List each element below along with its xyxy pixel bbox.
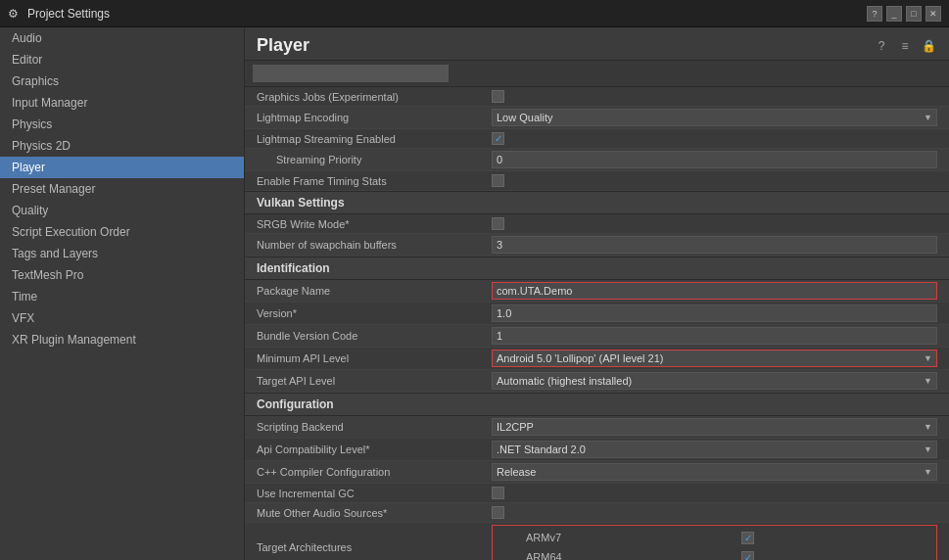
setting-label: Enable Frame Timing Stats bbox=[257, 175, 492, 187]
dropdown-value: .NET Standard 2.0 bbox=[497, 443, 586, 455]
setting-value: .NET Standard 2.0 ▼ bbox=[492, 441, 937, 458]
setting-value bbox=[492, 151, 937, 168]
table-row: Mute Other Audio Sources* bbox=[245, 503, 949, 523]
arch-label-armv7: ARMv7 bbox=[506, 532, 741, 543]
close-button[interactable]: ✕ bbox=[925, 6, 941, 22]
sidebar: Audio Editor Graphics Input Manager Phys… bbox=[0, 27, 245, 560]
table-row: Lightmap Streaming Enabled bbox=[245, 129, 949, 149]
incremental-gc-checkbox[interactable] bbox=[492, 487, 504, 499]
scripting-backend-dropdown[interactable]: IL2CPP ▼ bbox=[492, 418, 937, 436]
sidebar-item-input-manager[interactable]: Input Manager bbox=[0, 92, 244, 114]
dropdown-value: IL2CPP bbox=[497, 421, 534, 433]
settings-icon[interactable]: ≡ bbox=[896, 37, 914, 55]
graphics-jobs-checkbox[interactable] bbox=[492, 90, 504, 103]
sidebar-item-physics2d[interactable]: Physics 2D bbox=[0, 135, 244, 157]
package-name-input[interactable] bbox=[492, 282, 937, 300]
help-button[interactable]: ? bbox=[867, 6, 882, 22]
setting-label: Mute Other Audio Sources* bbox=[257, 507, 492, 519]
sidebar-item-physics[interactable]: Physics bbox=[0, 114, 244, 135]
setting-value bbox=[492, 174, 937, 187]
setting-label: Number of swapchain buffers bbox=[257, 239, 492, 251]
table-row: Target Architectures ARMv7 ARM64 bbox=[245, 523, 949, 560]
setting-label: Use Incremental GC bbox=[257, 488, 492, 499]
table-row: SRGB Write Mode* bbox=[245, 214, 949, 234]
sidebar-item-audio[interactable]: Audio bbox=[0, 27, 244, 49]
main-layout: Audio Editor Graphics Input Manager Phys… bbox=[0, 27, 949, 560]
setting-label: Lightmap Encoding bbox=[257, 112, 492, 123]
lightmap-streaming-checkbox[interactable] bbox=[492, 132, 504, 145]
armv7-checkbox[interactable] bbox=[741, 532, 754, 544]
content-area: Player ? ≡ 🔒 Graphics Jobs (Experimental… bbox=[245, 27, 949, 560]
table-row: C++ Compiler Configuration Release ▼ bbox=[245, 461, 949, 484]
sidebar-item-vfx[interactable]: VFX bbox=[0, 307, 244, 329]
chevron-down-icon: ▼ bbox=[924, 467, 932, 477]
sidebar-item-editor[interactable]: Editor bbox=[0, 49, 244, 70]
dropdown-value: Android 5.0 'Lollipop' (API level 21) bbox=[497, 352, 664, 364]
chevron-down-icon: ▼ bbox=[924, 353, 932, 363]
min-api-dropdown[interactable]: Android 5.0 'Lollipop' (API level 21) ▼ bbox=[492, 350, 937, 367]
setting-value bbox=[492, 217, 937, 230]
mute-audio-checkbox[interactable] bbox=[492, 506, 504, 519]
maximize-button[interactable]: □ bbox=[906, 6, 922, 22]
setting-label: SRGB Write Mode* bbox=[257, 218, 492, 230]
sidebar-item-tags-layers[interactable]: Tags and Layers bbox=[0, 243, 244, 264]
dropdown-value: Low Quality bbox=[497, 112, 552, 123]
table-row: Scripting Backend IL2CPP ▼ bbox=[245, 416, 949, 439]
table-row: Api Compatibility Level* .NET Standard 2… bbox=[245, 439, 949, 461]
arm64-checkbox[interactable] bbox=[741, 551, 754, 561]
sidebar-item-quality[interactable]: Quality bbox=[0, 200, 244, 221]
window-controls: ? _ □ ✕ bbox=[867, 6, 941, 22]
setting-label: Lightmap Streaming Enabled bbox=[257, 133, 492, 145]
setting-value bbox=[492, 90, 937, 103]
api-compat-dropdown[interactable]: .NET Standard 2.0 ▼ bbox=[492, 441, 937, 458]
setting-label: Target Architectures bbox=[257, 541, 492, 553]
sidebar-item-time[interactable]: Time bbox=[0, 286, 244, 307]
setting-label: Scripting Backend bbox=[257, 421, 492, 433]
sidebar-item-script-execution-order[interactable]: Script Execution Order bbox=[0, 221, 244, 243]
setting-label: Streaming Priority bbox=[257, 154, 492, 165]
setting-label: Bundle Version Code bbox=[257, 330, 492, 342]
setting-value bbox=[492, 327, 937, 345]
bundle-version-input[interactable] bbox=[492, 327, 937, 345]
setting-label: Package Name bbox=[257, 285, 492, 297]
version-input[interactable] bbox=[492, 304, 937, 322]
sidebar-item-xr-plugin[interactable]: XR Plugin Management bbox=[0, 329, 244, 350]
section-header-vulkan: Vulkan Settings bbox=[245, 191, 949, 214]
setting-label: Minimum API Level bbox=[257, 352, 492, 364]
table-row: Bundle Version Code bbox=[245, 325, 949, 348]
minimize-button[interactable]: _ bbox=[886, 6, 902, 22]
sidebar-item-textmesh-pro[interactable]: TextMesh Pro bbox=[0, 264, 244, 286]
lock-icon[interactable]: 🔒 bbox=[920, 37, 937, 55]
setting-value: Android 5.0 'Lollipop' (API level 21) ▼ bbox=[492, 350, 937, 367]
setting-value bbox=[492, 282, 937, 300]
search-input[interactable] bbox=[253, 65, 449, 82]
cpp-compiler-dropdown[interactable]: Release ▼ bbox=[492, 463, 937, 481]
scroll-content[interactable]: Graphics Jobs (Experimental) Lightmap En… bbox=[245, 87, 949, 560]
setting-value: IL2CPP ▼ bbox=[492, 418, 937, 436]
srgb-write-checkbox[interactable] bbox=[492, 217, 504, 230]
streaming-priority-input[interactable] bbox=[492, 151, 937, 168]
table-row: Streaming Priority bbox=[245, 149, 949, 171]
sidebar-item-graphics[interactable]: Graphics bbox=[0, 70, 244, 92]
help-icon[interactable]: ? bbox=[873, 37, 890, 55]
table-row: Package Name bbox=[245, 280, 949, 303]
sidebar-item-player[interactable]: Player bbox=[0, 157, 244, 178]
setting-label: C++ Compiler Configuration bbox=[257, 466, 492, 478]
setting-value bbox=[492, 487, 937, 499]
title-bar: ⚙ Project Settings ? _ □ ✕ bbox=[0, 0, 949, 27]
table-row: Version* bbox=[245, 303, 949, 325]
chevron-down-icon: ▼ bbox=[924, 376, 932, 386]
lightmap-encoding-dropdown[interactable]: Low Quality ▼ bbox=[492, 109, 937, 126]
target-api-dropdown[interactable]: Automatic (highest installed) ▼ bbox=[492, 372, 937, 390]
setting-label: Version* bbox=[257, 307, 492, 319]
setting-value bbox=[492, 132, 937, 145]
frame-stats-checkbox[interactable] bbox=[492, 174, 504, 187]
setting-value: Release ▼ bbox=[492, 463, 937, 481]
sidebar-item-preset-manager[interactable]: Preset Manager bbox=[0, 178, 244, 200]
arch-label-arm64: ARM64 bbox=[506, 551, 741, 560]
table-row: Number of swapchain buffers bbox=[245, 234, 949, 257]
swapchain-buffers-input[interactable] bbox=[492, 236, 937, 254]
table-row: Lightmap Encoding Low Quality ▼ bbox=[245, 107, 949, 129]
setting-value: Automatic (highest installed) ▼ bbox=[492, 372, 937, 390]
chevron-down-icon: ▼ bbox=[924, 444, 932, 454]
